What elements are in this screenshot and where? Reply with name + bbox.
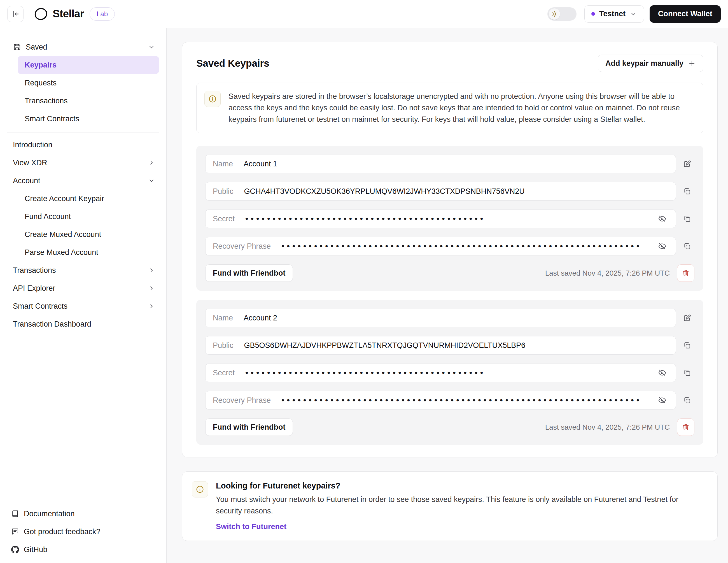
sidebar-item-saved[interactable]: Saved [7,38,159,56]
recovery-phrase-label: Recovery Phrase [213,396,271,405]
copy-icon [683,242,691,250]
sidebar-item-label: Transactions [13,266,56,275]
sidebar-item-requests[interactable]: Requests [18,74,159,92]
secret-key-label: Secret [213,214,235,223]
brand[interactable]: Stellar [34,7,84,21]
secret-key-mask: ••••••••••••••••••••••••••••••••••••••••… [245,214,645,223]
network-status-dot [591,12,595,16]
lab-badge: Lab [90,7,115,21]
fund-friendbot-button[interactable]: Fund with Friendbot [205,419,293,436]
recovery-phrase-mask: ••••••••••••••••••••••••••••••••••••••••… [281,242,645,250]
plus-icon [688,59,696,67]
toggle-recovery-visibility-button[interactable] [656,240,668,252]
copy-secret-key-button[interactable] [680,211,694,226]
copy-public-key-button[interactable] [680,184,694,198]
sidebar-item-transaction-dashboard[interactable]: Transaction Dashboard [7,315,159,333]
delete-keypair-button[interactable] [677,264,694,282]
page-title: Saved Keypairs [196,58,269,69]
recovery-phrase-row: Recovery Phrase ••••••••••••••••••••••••… [205,391,694,410]
copy-public-key-button[interactable] [680,338,694,353]
sidebar-item-feedback[interactable]: Got product feedback? [7,523,159,541]
edit-name-button[interactable] [680,156,694,171]
keypair-footer: Fund with Friendbot Last saved Nov 4, 20… [205,419,694,436]
sidebar-item-documentation[interactable]: Documentation [7,505,159,523]
secret-key-field[interactable]: Secret •••••••••••••••••••••••••••••••••… [205,364,676,382]
edit-name-button[interactable] [680,311,694,325]
toggle-secret-visibility-button[interactable] [656,212,668,225]
name-field[interactable]: Name Account 2 [205,309,676,327]
sidebar-item-transactions[interactable]: Transactions [7,261,159,279]
sidebar-item-api-explorer[interactable]: API Explorer [7,279,159,297]
chevron-right-icon [148,266,155,274]
sidebar-item-saved-smart-contracts[interactable]: Smart Contracts [18,110,159,128]
book-icon [11,510,19,518]
github-icon [11,546,19,553]
sidebar-footer: Documentation Got product feedback? GitH… [7,499,159,563]
recovery-phrase-row: Recovery Phrase ••••••••••••••••••••••••… [205,237,694,255]
public-key-value: GB5OS6DWHZAJDVHKPPBWZTLA5TNRXTQJGQTVNURM… [244,341,526,350]
sidebar-item-fund-account[interactable]: Fund Account [18,207,159,225]
sidebar-item-parse-muxed-account[interactable]: Parse Muxed Account [18,243,159,261]
stellar-logo-icon [34,7,48,21]
add-keypair-button[interactable]: Add keypair manually [598,55,703,72]
sidebar-item-account[interactable]: Account [7,172,159,190]
public-key-field[interactable]: Public GB5OS6DWHZAJDVHKPPBWZTLA5TNRXTQJG… [205,336,676,355]
futurenet-info-card: Looking for Futurenet keypairs? You must… [182,471,718,541]
name-field[interactable]: Name Account 1 [205,155,676,173]
public-key-label: Public [213,341,234,350]
copy-recovery-phrase-button[interactable] [680,393,694,408]
warning-text: Saved keypairs are stored in the browser… [228,91,695,125]
copy-secret-key-button[interactable] [680,366,694,380]
sidebar-item-smart-contracts[interactable]: Smart Contracts [7,297,159,315]
sidebar-item-create-account-keypair[interactable]: Create Account Keypair [18,190,159,207]
secret-key-field[interactable]: Secret •••••••••••••••••••••••••••••••••… [205,209,676,228]
collapse-sidebar-icon [11,10,20,18]
sidebar-item-keypairs[interactable]: Keypairs [18,56,159,74]
fund-friendbot-button[interactable]: Fund with Friendbot [205,264,293,282]
account-subnav: Create Account Keypair Fund Account Crea… [18,190,159,261]
theme-toggle[interactable] [547,7,577,21]
collapse-sidebar-button[interactable] [7,6,24,22]
header: Stellar Lab Testnet Connect Wallet [0,0,728,28]
name-label: Name [213,314,233,323]
recovery-phrase-field[interactable]: Recovery Phrase ••••••••••••••••••••••••… [205,391,676,410]
connect-wallet-button[interactable]: Connect Wallet [650,5,721,23]
recovery-phrase-mask: ••••••••••••••••••••••••••••••••••••••••… [281,396,645,405]
keypair-footer-right: Last saved Nov 4, 2025, 7:26 PM UTC [545,264,694,282]
sidebar-item-create-muxed-account[interactable]: Create Muxed Account [18,225,159,243]
sidebar-item-view-xdr[interactable]: View XDR [7,154,159,172]
toggle-secret-visibility-button[interactable] [656,367,668,379]
public-key-field[interactable]: Public GCHA4HT3VODKCXZU5OK36YRPLUMQV6WI2… [205,182,676,200]
network-selector[interactable]: Testnet [584,5,644,23]
sidebar-item-introduction[interactable]: Introduction [7,136,159,154]
copy-icon [683,369,691,377]
warning-icon-box [204,91,221,107]
copy-icon [683,341,691,350]
sidebar-item-label: Smart Contracts [13,302,67,311]
eye-off-icon [658,214,666,223]
delete-keypair-button[interactable] [677,419,694,436]
public-key-row: Public GB5OS6DWHZAJDVHKPPBWZTLA5TNRXTQJG… [205,336,694,355]
keypair-card: Name Account 1 Public GCHA4HT3VODKCXZU5O… [196,146,703,291]
recovery-phrase-field[interactable]: Recovery Phrase ••••••••••••••••••••••••… [205,237,676,255]
chevron-down-icon [148,43,155,51]
copy-icon [683,396,691,405]
sidebar-item-label: Account [13,176,40,185]
copy-icon [683,187,691,195]
trash-icon [682,269,690,277]
sidebar-item-github[interactable]: GitHub [7,541,159,559]
copy-icon [683,214,691,223]
toggle-recovery-visibility-button[interactable] [656,394,668,407]
name-row: Name Account 2 [205,309,694,327]
info-icon [195,485,204,494]
sidebar-item-saved-transactions[interactable]: Transactions [18,92,159,110]
switch-to-futurenet-link[interactable]: Switch to Futurenet [216,522,286,531]
eye-off-icon [658,396,666,405]
sidebar: Saved Keypairs Requests Transactions Sma… [0,28,167,563]
save-icon [13,43,21,51]
main-content: Saved Keypairs Add keypair manually Save… [167,28,728,563]
sidebar-item-label: API Explorer [13,284,55,293]
saved-subnav: Keypairs Requests Transactions Smart Con… [18,56,159,128]
chevron-right-icon [148,303,155,310]
copy-recovery-phrase-button[interactable] [680,239,694,253]
